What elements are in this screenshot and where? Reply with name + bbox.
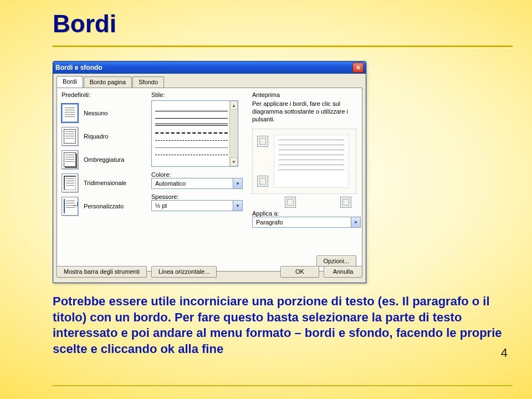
show-toolbar-button[interactable]: Mostra barra degli strumenti [57, 266, 147, 278]
dialog-tabs: Bordi Bordo pagina Sfondo [57, 76, 362, 88]
tab-bordi[interactable]: Bordi [57, 76, 83, 88]
preset-label-nessuno: Nessuno [84, 110, 108, 116]
width-value: ½ pt [155, 202, 167, 209]
border-left-button[interactable] [285, 197, 296, 208]
preview-diagram[interactable] [252, 129, 356, 194]
apply-value: Paragrafo [256, 219, 283, 226]
preset-nessuno[interactable]: Nessuno [62, 104, 145, 122]
color-value: Automatico [155, 180, 186, 187]
preset-personalizzato[interactable]: Personalizzato [62, 197, 145, 216]
border-bottom-button[interactable] [257, 176, 268, 187]
slide-title: Bordi [53, 10, 116, 38]
ok-button[interactable]: OK [280, 266, 319, 278]
preview-hint: Per applicare i bordi, fare clic sul dia… [252, 100, 357, 123]
preview-page [274, 135, 349, 188]
preset-riquadro[interactable]: Riquadro [62, 127, 145, 146]
border-top-button[interactable] [257, 136, 268, 147]
tab-body: Predefiniti: Nessuno Riquadro Ombreggiat… [57, 88, 362, 272]
tab-bordo-pagina[interactable]: Bordo pagina [84, 76, 132, 88]
apply-row: Applica a: Paragrafo ▼ [252, 210, 357, 228]
apply-label: Applica a: [252, 210, 357, 217]
chevron-down-icon[interactable]: ▼ [351, 217, 360, 227]
border-right-button[interactable] [340, 197, 351, 208]
style-listbox[interactable]: ▲ ▼ [151, 100, 238, 167]
preset-tridimensionale[interactable]: Tridimensionale [62, 173, 145, 192]
dialog-buttonbar: Mostra barra degli strumenti Linea orizz… [57, 264, 362, 279]
close-icon[interactable]: ✕ [352, 63, 364, 73]
preset-label-personalizzato: Personalizzato [84, 203, 124, 209]
color-combo[interactable]: Automatico ▼ [151, 178, 243, 189]
scroll-up-icon[interactable]: ▲ [230, 101, 238, 110]
borders-dialog: Bordi e sfondo ✕ Bordi Bordo pagina Sfon… [53, 61, 366, 283]
preset-label-tridimensionale: Tridimensionale [84, 180, 126, 186]
page-number: 4 [501, 346, 508, 360]
apply-combo[interactable]: Paragrafo ▼ [252, 217, 361, 228]
width-combo[interactable]: ½ pt ▼ [151, 200, 243, 211]
style-label: Stile: [151, 91, 245, 98]
preset-ombreggiatura[interactable]: Ombreggiatura [62, 150, 145, 169]
chevron-down-icon[interactable]: ▼ [233, 201, 242, 211]
preset-column: Predefiniti: Nessuno Riquadro Ombreggiat… [62, 91, 145, 216]
preview-column: Anteprima Per applicare i bordi, fare cl… [252, 91, 357, 194]
preset-label-riquadro: Riquadro [84, 133, 109, 140]
dialog-title: Bordi e sfondo [55, 64, 103, 71]
preset-label: Predefiniti: [62, 91, 145, 98]
width-label: Spessore: [151, 193, 245, 200]
dialog-titlebar[interactable]: Bordi e sfondo ✕ [53, 62, 366, 74]
slide-divider [53, 45, 513, 48]
chevron-down-icon[interactable]: ▼ [233, 178, 242, 188]
slide-body-text: Potrebbe essere utile incorniciare una p… [53, 294, 507, 357]
scroll-down-icon[interactable]: ▼ [230, 157, 238, 166]
footer-divider [53, 385, 513, 387]
style-scrollbar[interactable]: ▲ ▼ [229, 101, 238, 166]
color-label: Colore: [151, 171, 245, 178]
style-column: Stile: ▲ ▼ Colore: [151, 91, 245, 211]
tab-sfondo[interactable]: Sfondo [132, 76, 164, 88]
horizontal-line-button[interactable]: Linea orizzontale... [151, 266, 217, 278]
cancel-button[interactable]: Annulla [324, 266, 362, 278]
preset-label-ombreggiatura: Ombreggiatura [84, 156, 124, 163]
preview-label: Anteprima [252, 91, 357, 98]
